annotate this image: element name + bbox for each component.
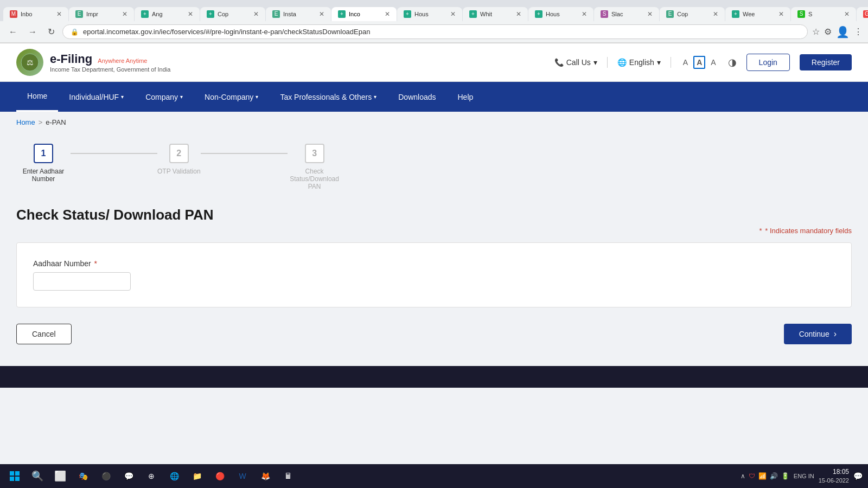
mandatory-asterisk: * (760, 227, 762, 235)
browser-tab-13[interactable]: S S ✕ (791, 7, 856, 21)
browser-tab-4[interactable]: + Cop ✕ (200, 7, 265, 21)
browser-tab-9[interactable]: + Hous ✕ (528, 7, 593, 21)
aadhaar-input[interactable] (33, 272, 131, 291)
breadcrumb-home[interactable]: Home (16, 118, 35, 126)
breadcrumb-current: e-PAN (46, 118, 66, 126)
address-box[interactable]: 🔒 eportal.incometax.gov.in/iec/foservice… (62, 24, 808, 39)
step-connector-2 (201, 153, 288, 154)
language-button[interactable]: 🌐 English ▾ (617, 58, 661, 67)
logo-sub: Income Tax Department, Government of Ind… (50, 66, 170, 73)
tab-close-1[interactable]: ✕ (56, 10, 62, 18)
tab-close-5[interactable]: ✕ (319, 10, 324, 18)
menu-icon[interactable]: ⋮ (854, 27, 863, 37)
tab-favicon-1: M (10, 10, 17, 18)
browser-tab-7[interactable]: + Hous ✕ (397, 7, 462, 21)
step-1-circle: 1 (34, 144, 53, 163)
tab-favicon-4: + (207, 10, 214, 18)
nav-caret-taxprofessionals: ▾ (374, 94, 376, 100)
footer-bar (0, 366, 868, 388)
back-button[interactable]: ← (5, 25, 21, 39)
nav-item-company[interactable]: Company ▾ (135, 83, 194, 111)
browser-chrome: M Inbo ✕ E Impr ✕ + Ang ✕ + Cop ✕ E Inst… (0, 0, 868, 43)
tab-close-11[interactable]: ✕ (713, 10, 718, 18)
forward-button[interactable]: → (25, 25, 40, 39)
tab-close-13[interactable]: ✕ (844, 10, 850, 18)
step-3-circle: 3 (305, 144, 324, 163)
nav-item-taxprofessionals[interactable]: Tax Professionals & Others ▾ (269, 83, 387, 111)
action-bar: Cancel Continue › (16, 324, 852, 344)
tab-favicon-5: E (272, 10, 280, 18)
logo-anywhere: Anywhere Anytime (98, 57, 147, 64)
tab-favicon-2: E (75, 10, 83, 18)
call-caret-icon: ▾ (593, 58, 597, 67)
browser-tab-1[interactable]: M Inbo ✕ (3, 7, 68, 21)
browser-tab-14[interactable]: G Dow ✕ (857, 7, 868, 21)
register-button[interactable]: Register (800, 54, 852, 70)
step-1: 1 Enter Aadhaar Number (16, 144, 71, 183)
font-mid-button[interactable]: A (693, 56, 705, 69)
svg-text:⚖: ⚖ (27, 58, 34, 67)
tab-close-7[interactable]: ✕ (450, 10, 456, 18)
phone-icon: 📞 (554, 58, 564, 67)
tab-favicon-10: S (601, 10, 608, 18)
aadhaar-label: Aadhaar Number * (33, 259, 835, 268)
nav-item-downloads[interactable]: Downloads (387, 83, 446, 111)
lock-icon: 🔒 (71, 28, 79, 36)
tab-favicon-9: + (535, 10, 542, 18)
tab-favicon-3: + (141, 10, 149, 18)
tab-favicon-7: + (404, 10, 411, 18)
step-2: 2 OTP Validation (157, 144, 201, 175)
tab-close-8[interactable]: ✕ (516, 10, 521, 18)
step-2-circle: 2 (169, 144, 189, 163)
browser-tab-2[interactable]: E Impr ✕ (69, 7, 134, 21)
nav-item-help[interactable]: Help (447, 83, 484, 111)
breadcrumb-separator: > (39, 118, 43, 126)
tab-favicon-8: + (469, 10, 477, 18)
tab-close-12[interactable]: ✕ (778, 10, 784, 18)
address-bar: ← → ↻ 🔒 eportal.incometax.gov.in/iec/fos… (0, 21, 868, 43)
browser-tab-6[interactable]: + Inco ✕ (331, 7, 397, 21)
tab-favicon-13: S (797, 10, 805, 18)
mandatory-note: * * Indicates mandatory fields (16, 227, 852, 235)
nav-caret-company: ▾ (180, 94, 183, 100)
browser-tab-12[interactable]: + Wee ✕ (725, 7, 790, 21)
tab-close-3[interactable]: ✕ (188, 10, 193, 18)
contrast-button[interactable]: ◑ (728, 56, 737, 68)
breadcrumb: Home > e-PAN (0, 112, 868, 133)
browser-tab-10[interactable]: S Slac ✕ (594, 7, 659, 21)
nav-caret-individual: ▾ (121, 94, 124, 100)
font-controls: A A A (681, 56, 718, 69)
tab-close-2[interactable]: ✕ (122, 10, 127, 18)
browser-tab-5[interactable]: E Insta ✕ (266, 7, 331, 21)
step-1-label: Enter Aadhaar Number (16, 168, 71, 183)
address-text: eportal.incometax.gov.in/iec/foservices/… (83, 28, 800, 36)
profile-icon[interactable]: 👤 (836, 25, 850, 38)
extension-icon[interactable]: ⚙ (824, 27, 832, 37)
cancel-button[interactable]: Cancel (16, 324, 72, 344)
font-small-button[interactable]: A (681, 57, 690, 68)
tab-favicon-6: + (338, 10, 346, 18)
step-3: 3 Check Status/Download PAN (288, 144, 342, 190)
reload-button[interactable]: ↻ (44, 24, 58, 39)
browser-tab-8[interactable]: + Whit ✕ (463, 7, 528, 21)
continue-button[interactable]: Continue › (784, 324, 852, 344)
tab-close-6[interactable]: ✕ (385, 10, 390, 18)
nav-item-noncompany[interactable]: Non-Company ▾ (194, 83, 269, 111)
tab-close-9[interactable]: ✕ (582, 10, 587, 18)
tab-close-10[interactable]: ✕ (647, 10, 653, 18)
browser-tab-11[interactable]: E Cop ✕ (660, 7, 725, 21)
nav-item-individual[interactable]: Individual/HUF ▾ (58, 83, 135, 111)
required-marker: * (94, 259, 97, 268)
browser-tab-3[interactable]: + Ang ✕ (135, 7, 200, 21)
tab-close-4[interactable]: ✕ (253, 10, 259, 18)
main-nav: Home Individual/HUF ▾ Company ▾ Non-Comp… (0, 82, 868, 112)
step-3-label: Check Status/Download PAN (288, 168, 342, 190)
font-large-button[interactable]: A (709, 57, 718, 68)
login-button[interactable]: Login (746, 54, 790, 71)
logo-brand: e-Filing Anywhere Anytime (50, 52, 170, 66)
bookmark-icon[interactable]: ☆ (812, 27, 820, 37)
continue-arrow-icon: › (834, 329, 837, 339)
nav-item-home[interactable]: Home (16, 82, 58, 112)
call-us-button[interactable]: 📞 Call Us ▾ (554, 58, 597, 67)
form-card: Aadhaar Number * (16, 242, 852, 307)
